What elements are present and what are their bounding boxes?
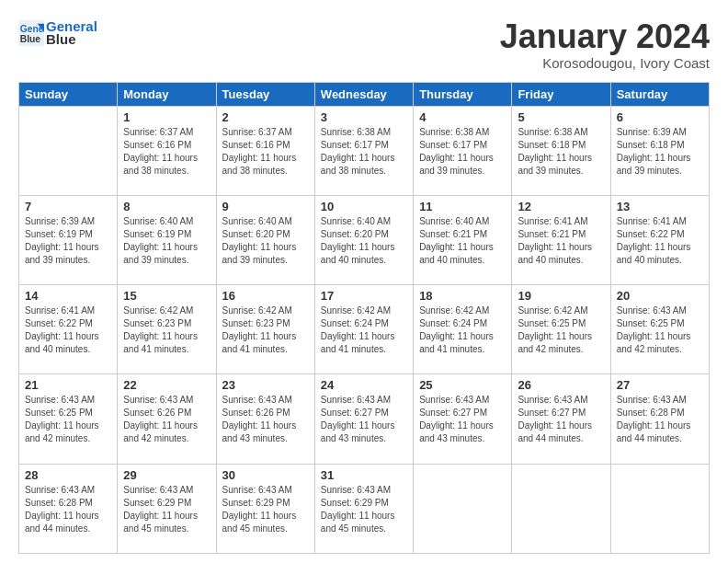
daylight-text: Daylight: 11 hours xyxy=(222,420,297,431)
sunrise-text: Sunrise: 6:43 AM xyxy=(25,485,95,495)
weekday-row: SundayMondayTuesdayWednesdayThursdayFrid… xyxy=(19,82,710,106)
daylight-text-2: and 44 minutes. xyxy=(518,433,583,443)
weekday-header: Saturday xyxy=(610,82,709,106)
daylight-text: Daylight: 11 hours xyxy=(321,153,395,163)
daylight-text-2: and 45 minutes. xyxy=(123,523,188,534)
daylight-text: Daylight: 11 hours xyxy=(123,511,198,521)
daylight-text-2: and 42 minutes. xyxy=(25,433,90,443)
day-number: 31 xyxy=(321,468,407,482)
sunrise-text: Sunrise: 6:43 AM xyxy=(123,395,193,405)
day-number: 23 xyxy=(222,378,309,392)
daylight-text-2: and 43 minutes. xyxy=(222,433,288,443)
day-number: 6 xyxy=(617,110,703,124)
calendar-cell xyxy=(512,464,610,553)
calendar-cell: 20Sunrise: 6:43 AMSunset: 6:25 PMDayligh… xyxy=(610,285,709,374)
calendar-cell: 1Sunrise: 6:37 AMSunset: 6:16 PMDaylight… xyxy=(118,106,216,195)
daylight-text: Daylight: 11 hours xyxy=(419,242,494,252)
calendar-cell: 18Sunrise: 6:42 AMSunset: 6:24 PMDayligh… xyxy=(414,285,512,374)
day-number: 27 xyxy=(617,378,703,392)
day-number: 25 xyxy=(419,378,506,392)
daylight-text: Daylight: 11 hours xyxy=(123,242,198,252)
logo: General Blue General Blue xyxy=(18,18,97,47)
daylight-text: Daylight: 11 hours xyxy=(25,331,99,341)
logo-icon: General Blue xyxy=(18,20,44,46)
day-number: 21 xyxy=(25,378,111,392)
sunset-text: Sunset: 6:27 PM xyxy=(419,408,487,418)
daylight-text: Daylight: 11 hours xyxy=(518,331,592,341)
day-info: Sunrise: 6:43 AMSunset: 6:29 PMDaylight:… xyxy=(321,484,407,535)
daylight-text: Daylight: 11 hours xyxy=(123,420,198,431)
daylight-text: Daylight: 11 hours xyxy=(617,242,691,252)
sunset-text: Sunset: 6:19 PM xyxy=(25,229,93,239)
sunset-text: Sunset: 6:25 PM xyxy=(617,318,685,328)
daylight-text-2: and 42 minutes. xyxy=(518,344,583,354)
daylight-text-2: and 41 minutes. xyxy=(222,344,288,354)
day-number: 2 xyxy=(222,110,309,124)
daylight-text: Daylight: 11 hours xyxy=(419,331,494,341)
calendar-cell: 27Sunrise: 6:43 AMSunset: 6:28 PMDayligh… xyxy=(610,374,709,464)
daylight-text: Daylight: 11 hours xyxy=(321,420,395,431)
day-number: 15 xyxy=(123,289,210,303)
calendar-header: SundayMondayTuesdayWednesdayThursdayFrid… xyxy=(19,82,710,106)
day-info: Sunrise: 6:42 AMSunset: 6:23 PMDaylight:… xyxy=(123,304,210,356)
day-info: Sunrise: 6:42 AMSunset: 6:24 PMDaylight:… xyxy=(419,304,506,356)
calendar-cell: 11Sunrise: 6:40 AMSunset: 6:21 PMDayligh… xyxy=(414,195,512,284)
svg-text:Blue: Blue xyxy=(20,34,41,44)
sunset-text: Sunset: 6:25 PM xyxy=(518,318,586,328)
sunset-text: Sunset: 6:26 PM xyxy=(123,408,191,418)
daylight-text: Daylight: 11 hours xyxy=(222,153,297,163)
day-info: Sunrise: 6:40 AMSunset: 6:20 PMDaylight:… xyxy=(222,215,309,267)
day-info: Sunrise: 6:37 AMSunset: 6:16 PMDaylight:… xyxy=(123,126,210,178)
header: General Blue General Blue January 2024 K… xyxy=(18,18,710,71)
calendar-cell: 15Sunrise: 6:42 AMSunset: 6:23 PMDayligh… xyxy=(118,285,216,374)
month-title: January 2024 xyxy=(500,18,710,55)
day-number: 20 xyxy=(617,289,703,303)
sunrise-text: Sunrise: 6:43 AM xyxy=(123,485,193,495)
daylight-text-2: and 43 minutes. xyxy=(321,433,386,443)
daylight-text-2: and 38 minutes. xyxy=(123,166,188,176)
calendar-cell: 6Sunrise: 6:39 AMSunset: 6:18 PMDaylight… xyxy=(610,106,709,195)
location: Korosodougou, Ivory Coast xyxy=(500,55,710,71)
sunset-text: Sunset: 6:17 PM xyxy=(321,140,389,150)
calendar-cell: 7Sunrise: 6:39 AMSunset: 6:19 PMDaylight… xyxy=(19,195,118,284)
sunset-text: Sunset: 6:22 PM xyxy=(25,318,93,328)
daylight-text-2: and 38 minutes. xyxy=(321,166,386,176)
sunset-text: Sunset: 6:18 PM xyxy=(518,140,586,150)
sunrise-text: Sunrise: 6:40 AM xyxy=(123,216,193,226)
sunset-text: Sunset: 6:21 PM xyxy=(419,229,487,239)
sunset-text: Sunset: 6:29 PM xyxy=(222,498,290,508)
day-number: 10 xyxy=(321,200,407,213)
day-number: 22 xyxy=(123,378,210,392)
calendar-cell: 31Sunrise: 6:43 AMSunset: 6:29 PMDayligh… xyxy=(314,464,413,553)
weekday-header: Tuesday xyxy=(216,82,314,106)
daylight-text-2: and 39 minutes. xyxy=(25,255,90,265)
calendar-cell: 25Sunrise: 6:43 AMSunset: 6:27 PMDayligh… xyxy=(414,374,512,464)
daylight-text: Daylight: 11 hours xyxy=(419,153,494,163)
calendar-cell: 29Sunrise: 6:43 AMSunset: 6:29 PMDayligh… xyxy=(118,464,216,553)
sunset-text: Sunset: 6:27 PM xyxy=(518,408,586,418)
sunset-text: Sunset: 6:20 PM xyxy=(222,229,290,239)
day-number: 26 xyxy=(518,378,604,392)
sunset-text: Sunset: 6:23 PM xyxy=(222,318,290,328)
sunset-text: Sunset: 6:29 PM xyxy=(321,498,389,508)
daylight-text-2: and 39 minutes. xyxy=(518,166,583,176)
sunset-text: Sunset: 6:17 PM xyxy=(419,140,487,150)
calendar-week-row: 28Sunrise: 6:43 AMSunset: 6:28 PMDayligh… xyxy=(19,464,710,553)
calendar-cell xyxy=(19,106,118,195)
sunrise-text: Sunrise: 6:43 AM xyxy=(321,395,391,405)
sunset-text: Sunset: 6:24 PM xyxy=(321,318,389,328)
daylight-text-2: and 40 minutes. xyxy=(321,255,386,265)
sunrise-text: Sunrise: 6:42 AM xyxy=(518,305,587,316)
calendar-cell: 4Sunrise: 6:38 AMSunset: 6:17 PMDaylight… xyxy=(414,106,512,195)
day-info: Sunrise: 6:40 AMSunset: 6:20 PMDaylight:… xyxy=(321,215,407,267)
daylight-text-2: and 41 minutes. xyxy=(123,344,188,354)
calendar-cell: 28Sunrise: 6:43 AMSunset: 6:28 PMDayligh… xyxy=(19,464,118,553)
daylight-text-2: and 42 minutes. xyxy=(123,433,188,443)
weekday-header: Wednesday xyxy=(314,82,413,106)
daylight-text-2: and 39 minutes. xyxy=(617,166,682,176)
day-info: Sunrise: 6:43 AMSunset: 6:28 PMDaylight:… xyxy=(617,394,703,445)
day-info: Sunrise: 6:40 AMSunset: 6:21 PMDaylight:… xyxy=(419,215,506,267)
daylight-text: Daylight: 11 hours xyxy=(25,420,99,431)
calendar-cell: 16Sunrise: 6:42 AMSunset: 6:23 PMDayligh… xyxy=(216,285,314,374)
day-number: 5 xyxy=(518,110,604,124)
